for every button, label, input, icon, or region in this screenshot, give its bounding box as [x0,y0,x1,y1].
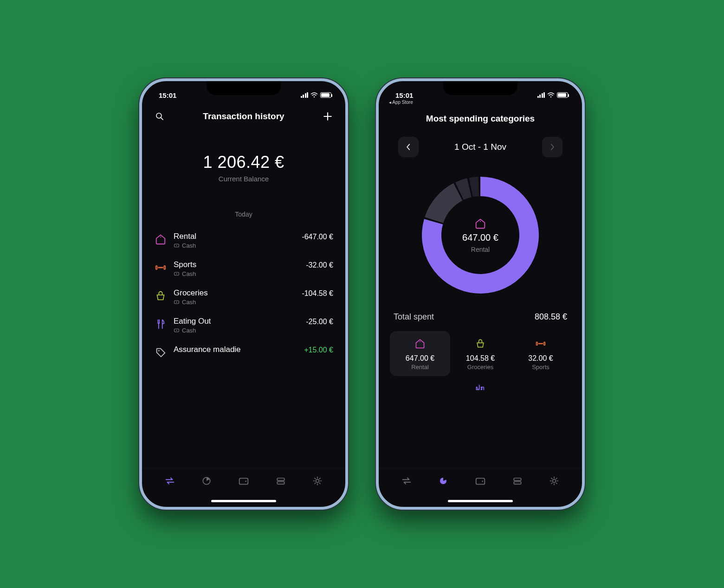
transaction-main: Assurance maladie [174,345,297,354]
nav-budgets[interactable] [272,473,289,489]
transaction-account: Cash [174,270,299,277]
transaction-amount: +15.00 € [304,346,333,354]
pie-icon [201,475,212,486]
nav-stats[interactable] [435,473,452,489]
prev-period-button[interactable] [398,137,419,157]
transfer-icon [164,475,176,487]
transaction-title: Rental [174,232,295,241]
status-time: 15:01 [159,91,176,99]
phone-notch [443,81,517,95]
basket-icon [452,338,509,350]
transaction-amount: -104.58 € [302,289,333,298]
total-row: Total spent 808.58 € [389,300,572,326]
gear-icon [312,475,323,486]
top-bar: Most spending categories [379,102,582,127]
nav-wallet[interactable] [472,473,489,489]
cash-icon [174,271,180,277]
house-icon [392,338,448,350]
nav-bar [379,468,582,495]
basket-icon [154,289,167,302]
dumbbell-icon [512,338,569,350]
card-amount: 104.58 € [452,354,509,363]
content-area[interactable]: 1 206.42 € Current Balance Today Rental … [142,126,345,468]
transaction-row[interactable]: Groceries Cash -104.58 € [152,283,335,311]
transaction-main: Groceries Cash [174,288,295,306]
gear-icon [549,475,560,486]
total-label: Total spent [394,312,434,322]
fork-icon [154,318,167,331]
nav-transactions[interactable] [398,473,415,489]
transaction-main: Rental Cash [174,232,295,249]
transfer-icon [401,475,413,487]
donut-center: 647.00 € Rental [415,170,545,300]
wallet-icon [238,475,250,487]
chevron-left-icon [404,142,413,152]
signal-icon [301,92,309,98]
card-label: Sports [512,364,569,371]
phone-notch [207,81,281,95]
nav-wallet[interactable] [235,473,252,489]
battery-icon [320,92,331,98]
pie-icon [438,476,448,486]
category-card[interactable]: 647.00 € Rental [390,331,450,376]
list-icon [275,475,286,486]
total-value: 808.58 € [535,312,567,322]
list-icon [512,475,523,486]
balance-label: Current Balance [152,175,335,183]
nav-budgets[interactable] [509,473,526,489]
dumbbell-icon [154,261,167,274]
page-title: Most spending categories [403,114,558,124]
transaction-list: Rental Cash -647.00 € Sports Cash -32.00… [152,226,335,364]
transaction-account: Cash [174,242,295,249]
transaction-amount: -32.00 € [306,261,333,269]
balance-block: 1 206.42 € Current Balance [152,153,335,183]
wifi-icon [310,92,318,98]
plus-icon [322,111,333,122]
tag-icon [154,346,167,359]
section-today: Today [152,211,335,218]
transaction-amount: -647.00 € [302,233,333,241]
transaction-main: Eating Out Cash [174,317,299,334]
cash-icon [174,299,180,305]
home-indicator[interactable] [142,495,345,507]
cash-icon [174,243,180,249]
status-time: 15:01 [395,91,413,99]
transaction-row[interactable]: Assurance maladie +15.00 € [152,339,335,364]
house-icon [154,233,167,246]
nav-transactions[interactable] [162,473,178,489]
transaction-row[interactable]: Eating Out Cash -25.00 € [152,311,335,339]
card-amount: 647.00 € [392,354,448,363]
home-indicator[interactable] [379,495,582,507]
search-button[interactable] [153,110,166,123]
transaction-account: Cash [174,327,299,334]
nav-settings[interactable] [546,473,562,489]
card-label: Groceries [452,364,509,371]
nav-stats[interactable] [198,473,215,489]
mini-category-icon: ຟກ [389,384,572,391]
content-area[interactable]: 1 Oct - 1 Nov 647.00 € Rental Total spen… [379,127,582,468]
category-card[interactable]: 104.58 € Groceries [450,331,511,376]
cash-icon [174,327,180,333]
transaction-title: Eating Out [174,317,299,326]
nav-settings[interactable] [309,473,326,489]
add-button[interactable] [321,110,334,123]
nav-bar [142,468,345,495]
house-icon [474,217,486,230]
card-label: Rental [392,364,448,371]
category-cards: 647.00 € Rental 104.58 € Groceries 32.00… [389,326,572,376]
signal-icon [537,92,545,98]
top-bar: Transaction history [142,102,345,126]
next-period-button[interactable] [542,137,562,157]
donut-chart[interactable]: 647.00 € Rental [415,170,545,300]
phone-spending-categories: 15:01 ◂ App Store Most spending categori… [376,78,585,510]
phone-transaction-history: 15:01 Transaction history 1 206.42 € Cur… [139,78,348,510]
transaction-title: Assurance maladie [174,345,297,354]
center-category: Rental [471,246,490,253]
search-icon [155,111,165,121]
transaction-row[interactable]: Rental Cash -647.00 € [152,226,335,255]
category-card[interactable]: 32.00 € Sports [511,331,571,376]
period-selector: 1 Oct - 1 Nov [389,127,572,162]
transaction-row[interactable]: Sports Cash -32.00 € [152,255,335,283]
transaction-main: Sports Cash [174,260,299,277]
period-label: 1 Oct - 1 Nov [454,142,506,152]
